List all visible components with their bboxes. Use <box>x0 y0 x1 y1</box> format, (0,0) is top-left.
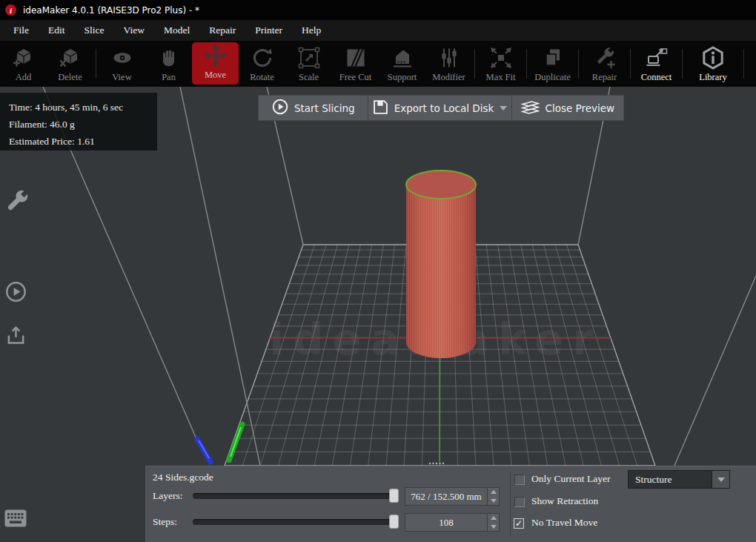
toolbar-label: Pan <box>162 72 176 83</box>
toolbar-label: Connect <box>641 72 672 83</box>
gcode-filename: 24 Sides.gcode <box>153 472 213 483</box>
toolbar-button-library[interactable]: Library <box>685 41 741 87</box>
model-cylinder[interactable] <box>406 171 476 358</box>
checkbox-show-retraction[interactable] <box>514 497 525 507</box>
layers-spinner <box>487 487 500 506</box>
move-cross-icon <box>205 44 227 67</box>
toolbar-button-free-cut[interactable]: Free Cut <box>332 41 379 87</box>
triangle-down-icon <box>491 499 497 503</box>
toolbar-button-support[interactable]: Support <box>379 41 425 87</box>
triangle-up-icon <box>491 516 497 520</box>
toolbar-label: Modifier <box>432 72 465 83</box>
steps-slider-thumb[interactable] <box>389 515 399 529</box>
toolbar-separator <box>682 49 683 79</box>
toolbar-button-pan[interactable]: Pan <box>145 41 192 87</box>
toolbar-button-scale[interactable]: Scale <box>285 41 332 87</box>
eye-icon <box>111 46 133 70</box>
steps-value-field[interactable]: 108 <box>405 513 488 532</box>
toolbar-button-rotate[interactable]: Rotate <box>239 41 285 87</box>
menu-item-repair[interactable]: Repair <box>199 24 245 36</box>
toolbar-separator <box>526 49 527 79</box>
triangle-up-icon <box>491 490 497 494</box>
spinner-up-button[interactable] <box>488 514 499 523</box>
spinner-down-button[interactable] <box>488 497 499 506</box>
keyboard-icon[interactable] <box>4 509 27 530</box>
toolbar-button-connect[interactable]: Connect <box>633 41 680 87</box>
menu-item-help[interactable]: Help <box>292 24 331 36</box>
layers-slider[interactable] <box>193 493 397 499</box>
toolbar-button-add[interactable]: Add <box>0 41 47 87</box>
chevron-down-icon[interactable] <box>500 106 507 110</box>
main-toolbar: Add Delete View Pan Move Rotate Scale Fr… <box>0 41 756 87</box>
spinner-up-button[interactable] <box>488 488 499 497</box>
free-cut-icon <box>345 46 367 70</box>
play-circle-icon[interactable] <box>5 281 27 305</box>
toolbar-button-max-fit[interactable]: Max Fit <box>477 41 524 87</box>
toolbar-label: Scale <box>299 72 319 83</box>
structure-dropdown-value: Structure <box>629 474 672 486</box>
slice-price: Estimated Price: 1.61 <box>9 133 157 150</box>
library-icon <box>701 46 725 70</box>
menu-bar: File Edit Slice View Model Repair Printe… <box>0 20 756 41</box>
menu-item-view[interactable]: View <box>114 24 154 36</box>
close-preview-button[interactable]: Close Preview <box>512 96 623 120</box>
toolbar-button-move[interactable]: Move <box>192 42 239 85</box>
checkbox-only-current-layer[interactable] <box>514 475 525 485</box>
toolbar-label: View <box>112 72 131 83</box>
toolbar-label: Free Cut <box>339 72 371 83</box>
dropdown-arrow-button[interactable] <box>712 471 729 488</box>
support-icon <box>391 46 414 70</box>
wrench-icon[interactable] <box>6 189 30 217</box>
chevron-down-icon <box>717 477 725 482</box>
structure-dropdown[interactable]: Structure <box>628 470 730 489</box>
toolbar-button-repair[interactable]: Repair <box>581 41 628 87</box>
export-local-disk-button[interactable]: Export to Local Disk <box>368 96 511 120</box>
panel-divider <box>510 472 511 536</box>
menu-item-model[interactable]: Model <box>154 24 199 36</box>
slice-time: Time: 4 hours, 45 min, 6 sec <box>9 99 157 116</box>
ideamaker-window: { "window": { "title": "ideaMaker 4.0.1 … <box>0 0 756 542</box>
toolbar-separator <box>96 49 96 79</box>
toolbar-button-modifier[interactable]: Modifier <box>425 41 472 87</box>
triangle-down-icon <box>491 525 497 529</box>
panel-drag-handle[interactable] <box>429 463 444 464</box>
export-local-disk-label: Export to Local Disk <box>394 102 494 114</box>
layers-label: Layers: <box>153 490 182 502</box>
toolbar-button-delete[interactable]: Delete <box>47 41 93 87</box>
checkbox-no-travel-move[interactable]: ✓ <box>514 518 524 529</box>
toolbar-button-view[interactable]: View <box>99 41 145 87</box>
toolbar-label: Move <box>205 70 226 81</box>
menu-item-file[interactable]: File <box>4 24 39 36</box>
upload-icon[interactable] <box>6 325 26 348</box>
menu-item-slice[interactable]: Slice <box>75 24 114 36</box>
start-slicing-button[interactable]: Start Slicing <box>259 96 368 120</box>
play-circle-icon <box>272 99 288 117</box>
toolbar-label: Support <box>388 72 417 83</box>
menu-item-edit[interactable]: Edit <box>39 24 75 36</box>
title-bar: i ideaMaker 4.0.1 (RAISE3D Pro2 Plus) - … <box>0 0 756 20</box>
axis-markers <box>197 424 242 462</box>
layers-value-field[interactable]: 762 / 152.500 mm <box>405 487 488 506</box>
steps-slider[interactable] <box>193 519 397 525</box>
menu-item-printer[interactable]: Printer <box>245 24 292 36</box>
delete-cube-icon <box>59 46 82 70</box>
checkbox-label: Only Current Layer <box>531 473 610 485</box>
layers-slider-thumb[interactable] <box>389 489 399 503</box>
start-slicing-label: Start Slicing <box>294 102 355 114</box>
rotate-icon <box>251 46 273 70</box>
duplicate-icon <box>542 46 564 70</box>
toolbar-label: Delete <box>58 72 82 83</box>
toolbar-label: Rotate <box>250 72 274 83</box>
window-title: ideaMaker 4.0.1 (RAISE3D Pro2 Plus) - * <box>23 5 199 16</box>
spinner-down-button[interactable] <box>488 523 499 532</box>
connect-icon <box>646 46 668 70</box>
toolbar-label: Add <box>16 72 32 83</box>
toolbar-separator <box>578 49 579 79</box>
top-layer-rim <box>406 171 476 199</box>
modifier-icon <box>438 46 460 70</box>
slice-filament: Filament: 46.0 g <box>9 116 157 133</box>
scale-icon <box>298 46 320 70</box>
toolbar-button-duplicate[interactable]: Duplicate <box>529 41 576 87</box>
checkbox-label: Show Retraction <box>531 495 598 507</box>
checkbox-label: No Travel Move <box>531 517 597 529</box>
